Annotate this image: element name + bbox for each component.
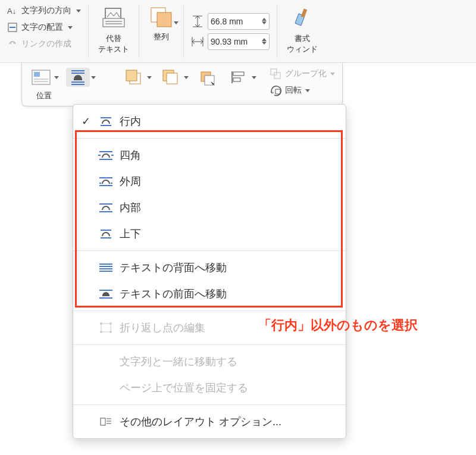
group-button[interactable]: グループ化 bbox=[270, 68, 335, 80]
wrap-text-icon bbox=[66, 68, 90, 87]
menu-item-label: ページ上で位置を固定する bbox=[120, 381, 248, 395]
chevron-down-icon bbox=[68, 26, 73, 29]
height-spinner[interactable] bbox=[262, 18, 267, 24]
height-input[interactable]: 66.8 mm bbox=[208, 13, 270, 30]
menu-item-more-options[interactable]: その他のレイアウト オプション... bbox=[73, 409, 346, 435]
inline-wrap-icon bbox=[98, 115, 114, 128]
position-icon bbox=[29, 68, 53, 87]
chevron-down-icon bbox=[184, 76, 189, 79]
toolbar-side-group: グループ化 回転 bbox=[270, 68, 335, 96]
alt-text-label: 代替 テキスト bbox=[98, 33, 129, 55]
menu-item-label: 四角 bbox=[120, 148, 141, 162]
svg-rect-17 bbox=[34, 72, 40, 77]
create-link-label: リンクの作成 bbox=[21, 39, 71, 49]
height-value: 66.8 mm bbox=[211, 17, 243, 26]
menu-item-label: 文字列と一緒に移動する bbox=[120, 354, 237, 369]
width-input[interactable]: 90.93 mm bbox=[208, 33, 270, 50]
chevron-down-icon bbox=[330, 73, 335, 76]
through-wrap-icon bbox=[98, 201, 114, 214]
svg-rect-4 bbox=[103, 18, 124, 27]
arrange-button[interactable]: 整列 bbox=[146, 2, 176, 45]
menu-item-label: 行内 bbox=[120, 114, 141, 128]
selection-pane-button[interactable] bbox=[196, 68, 220, 87]
rotate-icon bbox=[270, 84, 283, 96]
menu-item-label: 外周 bbox=[120, 174, 141, 189]
chevron-down-icon bbox=[252, 76, 256, 79]
menu-item-label: テキストの前面へ移動 bbox=[120, 287, 227, 301]
svg-rect-28 bbox=[233, 78, 240, 81]
arrange-label: 整列 bbox=[154, 32, 169, 42]
alt-text-icon bbox=[101, 5, 126, 30]
menu-item-behind[interactable]: テキストの背面へ移動 bbox=[73, 255, 346, 281]
svg-point-36 bbox=[109, 331, 112, 333]
topbottom-wrap-icon bbox=[98, 227, 114, 240]
svg-rect-23 bbox=[167, 73, 177, 84]
rotate-button[interactable]: 回転 bbox=[270, 84, 310, 96]
format-icon bbox=[290, 5, 315, 30]
create-link-button[interactable]: リンクの作成 bbox=[7, 36, 71, 52]
tight-wrap-icon bbox=[98, 175, 114, 188]
link-icon bbox=[7, 39, 18, 49]
format-window-button[interactable]: 書式 ウィンド bbox=[284, 2, 320, 57]
menu-separator bbox=[73, 250, 346, 251]
edit-wrap-icon bbox=[98, 321, 114, 334]
svg-marker-31 bbox=[275, 89, 280, 94]
width-value: 90.93 mm bbox=[211, 37, 248, 46]
width-row: 90.93 mm bbox=[191, 33, 270, 50]
menu-item-label: テキストの背面へ移動 bbox=[120, 261, 227, 275]
svg-rect-21 bbox=[126, 70, 137, 81]
svg-rect-30 bbox=[274, 73, 280, 79]
height-row: 66.8 mm bbox=[191, 13, 270, 30]
menu-item-through[interactable]: 内部 bbox=[73, 194, 346, 221]
svg-rect-15 bbox=[301, 8, 307, 17]
text-align-button[interactable]: 文字の配置 bbox=[7, 19, 73, 36]
menu-item-label: 内部 bbox=[120, 200, 141, 215]
text-align-label: 文字の配置 bbox=[21, 22, 63, 33]
send-backward-icon bbox=[159, 68, 183, 87]
align-icon bbox=[227, 68, 250, 87]
svg-rect-29 bbox=[271, 69, 277, 75]
ribbon-group-size: 66.8 mm 90.93 mm bbox=[184, 0, 277, 62]
alt-text-button[interactable]: 代替 テキスト bbox=[96, 2, 131, 57]
svg-point-35 bbox=[100, 331, 102, 333]
svg-rect-8 bbox=[157, 12, 171, 27]
menu-separator bbox=[73, 138, 346, 139]
chevron-down-icon bbox=[305, 89, 310, 92]
ribbon-group-alt-text: 代替 テキスト bbox=[89, 0, 139, 62]
svg-text:A↓: A↓ bbox=[7, 7, 16, 15]
position-label: 位置 bbox=[36, 90, 52, 101]
position-button[interactable]: 位置 bbox=[29, 68, 59, 101]
chevron-down-icon bbox=[54, 76, 59, 79]
text-direction-label: 文字列の方向 bbox=[21, 5, 71, 16]
bring-forward-button[interactable] bbox=[122, 68, 152, 87]
menu-item-label: 上下 bbox=[120, 227, 141, 241]
chevron-down-icon bbox=[76, 10, 81, 12]
svg-rect-27 bbox=[233, 72, 244, 76]
bring-forward-icon bbox=[122, 68, 146, 87]
menu-separator bbox=[73, 344, 346, 345]
menu-item-inline[interactable]: ✓ 行内 bbox=[73, 108, 346, 134]
format-label: 書式 ウィンド bbox=[287, 33, 318, 55]
ribbon-group-text: A↓ 文字列の方向 文字の配置 リンクの作成 bbox=[0, 0, 88, 62]
ribbon-group-format: 書式 ウィンド bbox=[277, 0, 327, 62]
front-text-icon bbox=[98, 287, 114, 300]
ribbon-group-arrange: 整列 bbox=[139, 0, 183, 62]
more-layout-icon bbox=[98, 415, 114, 428]
align-button[interactable] bbox=[227, 68, 256, 87]
send-backward-button[interactable] bbox=[159, 68, 189, 87]
width-spinner[interactable] bbox=[262, 38, 267, 45]
svg-point-33 bbox=[100, 322, 102, 325]
ribbon: A↓ 文字列の方向 文字の配置 リンクの作成 代替 テキスト bbox=[0, 0, 476, 63]
selection-pane-icon bbox=[196, 68, 220, 87]
svg-rect-37 bbox=[101, 418, 105, 425]
menu-item-label: その他のレイアウト オプション... bbox=[120, 415, 281, 429]
menu-item-front[interactable]: テキストの前面へ移動 bbox=[73, 281, 346, 307]
menu-item-tight[interactable]: 外周 bbox=[73, 168, 346, 194]
menu-item-square[interactable]: 四角 bbox=[73, 142, 346, 168]
width-icon bbox=[191, 35, 204, 48]
text-direction-button[interactable]: A↓ 文字列の方向 bbox=[7, 2, 81, 19]
wrap-text-button[interactable] bbox=[66, 68, 96, 87]
menu-item-topbottom[interactable]: 上下 bbox=[73, 221, 346, 247]
height-icon bbox=[191, 15, 204, 28]
menu-separator bbox=[73, 310, 346, 311]
